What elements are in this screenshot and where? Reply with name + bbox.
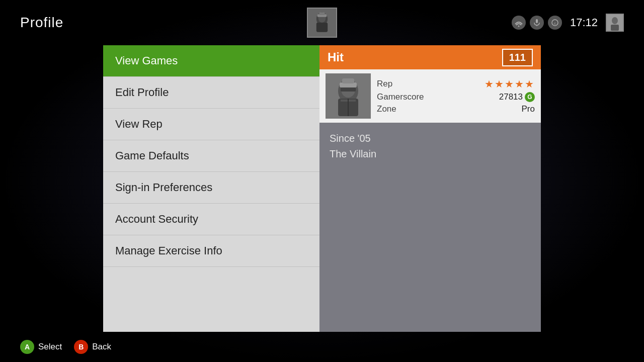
menu-item-sign-in-preferences[interactable]: Sign-in Preferences [103,172,319,204]
clock: 17:12 [570,16,598,29]
main-content: View Games Edit Profile View Rep Game De… [103,45,541,332]
menu-item-account-security[interactable]: Account Security [103,204,319,235]
center-avatar [307,8,337,38]
menu-item-edit-profile[interactable]: Edit Profile [103,77,319,109]
a-button-label: Select [38,342,62,352]
zone-label: Zone [377,104,396,114]
zone-value: Pro [522,104,535,114]
svg-point-6 [518,26,519,27]
profile-card: Hit 111 [319,45,541,123]
top-icons: c [512,16,562,30]
gamerscore-row: Gamerscore 27813 G [377,92,535,102]
info-panel: Hit 111 [319,45,541,332]
player-stats: Rep ★★★★★ Gamerscore 27813 G Zone Pro [377,73,535,119]
svg-rect-7 [536,19,538,23]
top-bar: Profile c 17:12 [0,0,644,45]
menu-item-view-games[interactable]: View Games [103,45,319,77]
a-button-icon: A [20,340,34,354]
svg-text:c: c [554,21,556,26]
network-icon [512,16,526,30]
rep-row: Rep ★★★★★ [377,78,535,90]
gamertag-label: Hit [328,50,344,64]
player-avatar [326,73,371,119]
profile-card-body: Rep ★★★★★ Gamerscore 27813 G Zone Pro [319,69,541,123]
svg-point-12 [612,17,618,24]
menu-item-view-rep[interactable]: View Rep [103,109,319,140]
svg-rect-5 [319,12,325,15]
svg-rect-20 [341,87,356,92]
profile-card-header: Hit 111 [319,45,541,69]
menu-item-manage-exercise-info[interactable]: Manage Exercise Info [103,235,319,267]
gamerscore-value: 27813 G [499,92,535,102]
b-button-icon: B [74,340,88,354]
menu-item-game-defaults[interactable]: Game Defaults [103,140,319,172]
top-right-area: c 17:12 [512,14,624,32]
svg-rect-13 [611,25,619,31]
b-button-hint: B Back [74,340,111,354]
mic-icon [530,16,544,30]
menu-panel: View Games Edit Profile View Rep Game De… [103,45,319,332]
page-title: Profile [20,15,63,31]
user-avatar-small [606,14,624,32]
svg-rect-19 [342,78,354,83]
level-badge: 111 [502,49,533,66]
rep-stars: ★★★★★ [485,78,535,90]
gamerscore-icon: G [525,92,535,102]
copyright-icon: c [548,16,562,30]
rep-label: Rep [377,79,392,89]
motto-text: The Villain [330,148,531,160]
b-button-label: Back [92,342,111,352]
gamerscore-label: Gamerscore [377,92,424,102]
since-text: Since '05 [330,133,531,144]
bottom-bar: A Select B Back [0,332,644,362]
a-button-hint: A Select [20,340,62,354]
svg-rect-2 [316,23,328,32]
zone-row: Zone Pro [377,104,535,114]
info-body: Since '05 The Villain [319,123,541,170]
